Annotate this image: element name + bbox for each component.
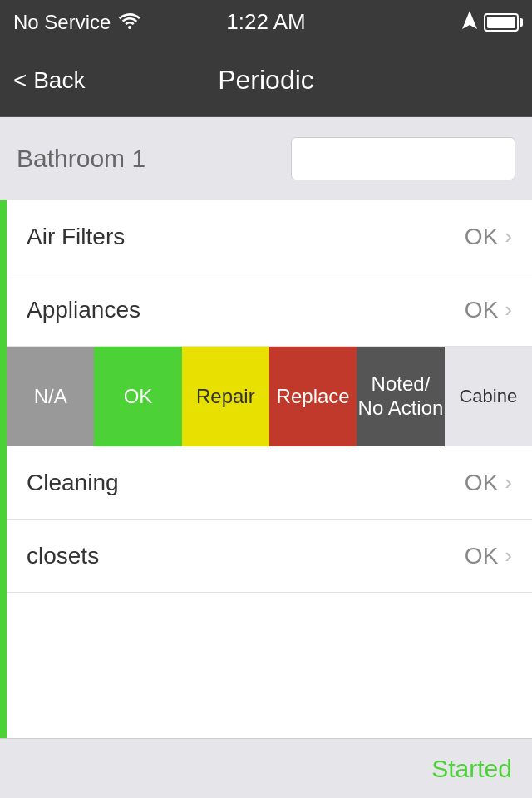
- status-time: 1:22 AM: [226, 9, 305, 35]
- status-left: No Service: [13, 11, 140, 34]
- chevron-icon: ›: [505, 297, 512, 323]
- legend-noted: Noted/No Action: [357, 347, 444, 446]
- list-item[interactable]: closets OK ›: [7, 520, 532, 593]
- legend-cabinet[interactable]: Cabine: [445, 347, 532, 446]
- chevron-icon: ›: [505, 224, 512, 249]
- no-service-text: No Service: [13, 11, 111, 34]
- room-name: Bathroom 1: [17, 145, 145, 173]
- list-item[interactable]: Cleaning OK ›: [7, 446, 532, 520]
- wifi-icon: [119, 11, 140, 34]
- list-section: Air Filters OK › Appliances OK › N/A OK …: [0, 200, 532, 738]
- chevron-icon: ›: [505, 543, 512, 569]
- main-content: Bathroom 1 Air Filters OK › Appliances O…: [0, 117, 532, 798]
- back-button[interactable]: < Back: [13, 67, 85, 94]
- nav-title: Periodic: [218, 65, 314, 96]
- nav-bar: < Back Periodic: [0, 44, 532, 117]
- list-item[interactable]: Air Filters OK ›: [7, 200, 532, 273]
- item-label-cleaning: Cleaning: [27, 470, 119, 496]
- room-header: Bathroom 1: [0, 117, 532, 200]
- started-button[interactable]: Started: [431, 755, 512, 783]
- battery-fill: [487, 17, 515, 28]
- legend-ok[interactable]: OK: [94, 347, 181, 446]
- legend-repair[interactable]: Repair: [182, 347, 269, 446]
- legend-na[interactable]: N/A: [7, 347, 94, 446]
- item-label-appliances: Appliances: [27, 297, 140, 323]
- legend-replace[interactable]: Replace: [269, 347, 357, 446]
- bottom-bar: Started: [0, 738, 532, 798]
- list-item[interactable]: Appliances OK ›: [7, 273, 532, 347]
- item-label-closets: closets: [27, 543, 99, 569]
- legend-row: N/A OK Repair Replace Noted/No Action Ca…: [7, 347, 532, 446]
- item-status-closets: OK ›: [465, 543, 512, 569]
- status-bar: No Service 1:22 AM: [0, 0, 532, 44]
- location-icon: [462, 11, 477, 34]
- item-status-air-filters: OK ›: [465, 224, 512, 250]
- room-input[interactable]: [291, 137, 515, 180]
- item-status-cleaning: OK ›: [465, 470, 512, 496]
- status-right: [462, 11, 519, 34]
- item-status-appliances: OK ›: [465, 297, 512, 323]
- chevron-icon: ›: [505, 470, 512, 495]
- item-label-air-filters: Air Filters: [27, 224, 125, 250]
- battery-icon: [484, 13, 519, 32]
